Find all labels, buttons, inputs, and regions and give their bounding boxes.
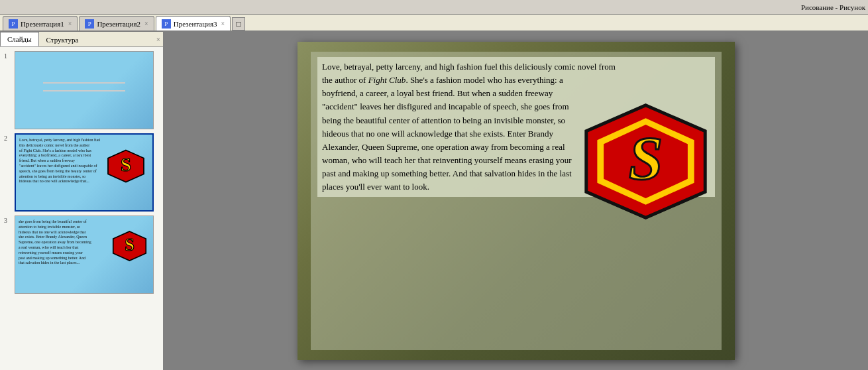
- tab-bar: P Презентация1 × P Презентация2 × P През…: [0, 15, 868, 32]
- side-panel: Слайды Структура × 1 2 Love, betrayal: [0, 32, 164, 370]
- tab-presentation3[interactable]: P Презентация3 ×: [156, 16, 231, 31]
- superman-logo-float: S: [581, 97, 710, 226]
- tab-presentation1[interactable]: P Презентация1 ×: [3, 16, 78, 31]
- slide-thumbnail-1[interactable]: 1: [4, 51, 159, 129]
- tab-label-1: Презентация1: [21, 20, 64, 28]
- svg-text:S: S: [125, 235, 135, 255]
- slides-panel: 1 2 Love, betrayal, petty larceny, and h…: [0, 47, 163, 370]
- side-panel-tab-slides[interactable]: Слайды: [0, 32, 39, 46]
- side-panel-tab-structure[interactable]: Структура: [39, 32, 86, 46]
- thumb3-superman-logo: S: [111, 229, 148, 263]
- text-beautiful-center: beautiful center of attention to being a…: [356, 115, 494, 125]
- svg-text:S: S: [629, 124, 663, 192]
- slide-number-1: 1: [4, 52, 12, 60]
- slide-preview-3: she goes from being the beautiful center…: [15, 216, 154, 294]
- tab-icon-2: P: [85, 19, 94, 29]
- tab-close-3[interactable]: ×: [221, 20, 225, 27]
- slide-text-relative: S Love, betrayal, petty larceny, and hig…: [317, 57, 715, 197]
- slide-thumbnail-3[interactable]: 3 she goes from being the beautiful cent…: [4, 216, 159, 294]
- slide-preview-2: Love, betrayal, petty larceny, and high …: [15, 133, 154, 212]
- slide-editor: S Love, betrayal, petty larceny, and hig…: [164, 32, 868, 370]
- tab-presentation2[interactable]: P Презентация2 ×: [79, 16, 154, 31]
- tab-icon-1: P: [9, 19, 18, 29]
- tab-close-1[interactable]: ×: [68, 20, 72, 27]
- svg-text:S: S: [121, 154, 131, 175]
- slide-text-container: S Love, betrayal, petty larceny, and hig…: [311, 52, 722, 350]
- new-presentation-button[interactable]: □: [232, 17, 245, 31]
- slide-preview-1: [15, 51, 154, 129]
- slide-number-3: 3: [4, 217, 12, 224]
- slide-number-2: 2: [4, 135, 12, 142]
- tab-close-2[interactable]: ×: [144, 20, 148, 27]
- title-bar: Рисование - Рисунок: [0, 0, 868, 15]
- text-who-teach: who will teach her that: [352, 155, 431, 165]
- slide-thumbnail-2[interactable]: 2 Love, betrayal, petty larceny, and hig…: [4, 133, 159, 212]
- side-panel-close-button[interactable]: ×: [156, 35, 160, 43]
- main-layout: Слайды Структура × 1 2 Love, betrayal: [0, 32, 868, 370]
- thumb-superman-logo: S: [106, 148, 146, 184]
- title-bar-right: Рисование - Рисунок: [801, 3, 865, 11]
- slide-canvas[interactable]: S Love, betrayal, petty larceny, and hig…: [298, 42, 735, 360]
- side-panel-header: Слайды Структура ×: [0, 32, 163, 47]
- slide-paragraph: S Love, betrayal, petty larceny, and hig…: [317, 57, 715, 197]
- tab-icon-3: P: [162, 19, 171, 29]
- tab-label-3: Презентация3: [174, 20, 217, 28]
- text-invisible: invisible: [494, 115, 524, 125]
- tab-label-2: Презентация2: [97, 20, 140, 28]
